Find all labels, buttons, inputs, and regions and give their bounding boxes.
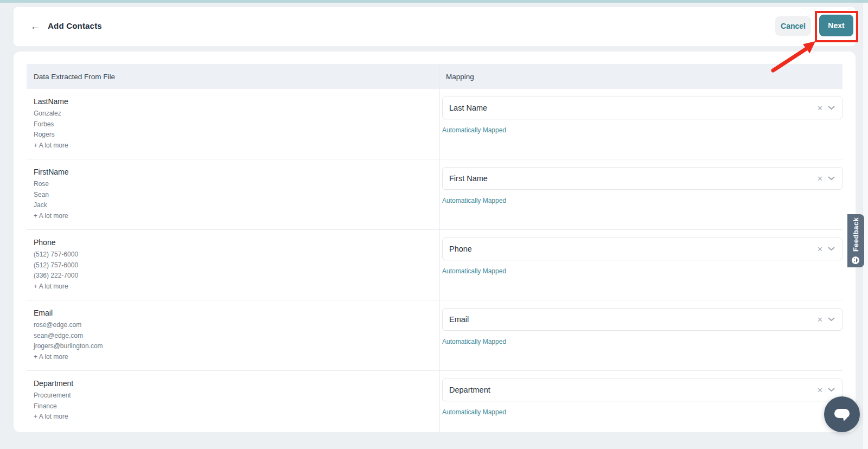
- source-field-name: Phone: [34, 237, 422, 248]
- sample-value: (512) 757-6000: [34, 249, 422, 260]
- feedback-tab-label: Feedback: [852, 217, 860, 251]
- chevron-down-icon[interactable]: [828, 176, 835, 181]
- mapping-select-value: Last Name: [443, 104, 817, 112]
- mapping-select-value: Email: [443, 315, 817, 324]
- sample-value: (336) 222-7000: [34, 271, 422, 281]
- sample-value: rose@edge.com: [34, 320, 422, 331]
- table-row: FirstName Rose Sean Jack + A lot more Fi…: [27, 159, 843, 230]
- show-more-link[interactable]: + A lot more: [34, 352, 422, 363]
- auto-mapped-status: Automatically Mapped: [442, 267, 843, 275]
- sample-value: Rogers: [34, 130, 422, 140]
- clear-mapping-icon[interactable]: ✕: [817, 316, 823, 323]
- mapping-table: Data Extracted From File Mapping LastNam…: [27, 64, 843, 432]
- sample-value: Jack: [34, 200, 422, 211]
- cancel-button[interactable]: Cancel: [775, 16, 811, 36]
- source-field-name: FirstName: [34, 166, 422, 178]
- chevron-down-icon[interactable]: [828, 247, 835, 251]
- chat-bubble-icon: [833, 406, 851, 422]
- sample-value: Forbes: [34, 119, 422, 130]
- clear-mapping-icon[interactable]: ✕: [817, 175, 823, 182]
- mapping-select[interactable]: Last Name ✕: [442, 97, 843, 119]
- source-field-name: Department: [34, 378, 422, 389]
- back-arrow-icon[interactable]: ←: [28, 19, 43, 34]
- sample-value: Finance: [34, 401, 422, 412]
- page-title: Add Contacts: [48, 21, 102, 30]
- chevron-down-icon[interactable]: [828, 106, 835, 110]
- clear-mapping-icon[interactable]: ✕: [817, 246, 823, 253]
- table-header-row: Data Extracted From File Mapping: [27, 64, 843, 89]
- sample-value: Sean: [34, 190, 422, 201]
- show-more-link[interactable]: + A lot more: [34, 281, 422, 292]
- column-header-mapping: Mapping: [426, 73, 843, 81]
- mapping-select-value: Phone: [443, 245, 817, 253]
- column-header-source: Data Extracted From File: [27, 73, 426, 81]
- mapping-select[interactable]: Email ✕: [442, 308, 843, 331]
- sample-value: sean@edge.com: [34, 331, 422, 342]
- chevron-down-icon[interactable]: [828, 388, 835, 392]
- sample-value: Procurement: [34, 390, 422, 401]
- clear-mapping-icon[interactable]: ✕: [817, 105, 823, 112]
- feedback-tab[interactable]: Feedback: [847, 214, 864, 267]
- table-row: Email rose@edge.com sean@edge.com jroger…: [27, 300, 843, 371]
- page-header: ← Add Contacts Cancel Next: [14, 7, 856, 46]
- source-field-name: LastName: [34, 96, 422, 107]
- auto-mapped-status: Automatically Mapped: [442, 338, 843, 345]
- mapping-select[interactable]: Phone ✕: [442, 238, 843, 260]
- sample-value: Rose: [34, 179, 422, 190]
- table-row: Phone (512) 757-6000 (512) 757-6000 (336…: [27, 230, 843, 300]
- source-field-name: Email: [34, 307, 422, 319]
- clear-mapping-icon[interactable]: ✕: [817, 387, 823, 394]
- next-button[interactable]: Next: [819, 15, 853, 36]
- mapping-select[interactable]: First Name ✕: [442, 167, 843, 190]
- chat-launcher-button[interactable]: [824, 396, 860, 432]
- column-divider: [439, 64, 440, 432]
- sample-value: jrogers@burlington.com: [34, 341, 422, 352]
- show-more-link[interactable]: + A lot more: [34, 211, 422, 222]
- auto-mapped-status: Automatically Mapped: [442, 408, 843, 416]
- sample-value: Gonzalez: [34, 108, 422, 119]
- import-mapping-card: Data Extracted From File Mapping LastNam…: [14, 52, 856, 432]
- mapping-select-value: Department: [443, 386, 817, 394]
- mapping-select[interactable]: Department ✕: [442, 379, 843, 401]
- mapping-select-value: First Name: [443, 174, 817, 183]
- show-more-link[interactable]: + A lot more: [34, 412, 422, 422]
- table-row: LastName Gonzalez Forbes Rogers + A lot …: [27, 89, 843, 159]
- chevron-down-icon[interactable]: [828, 317, 835, 322]
- auto-mapped-status: Automatically Mapped: [442, 197, 843, 204]
- smiley-face-icon: [852, 256, 860, 265]
- auto-mapped-status: Automatically Mapped: [442, 126, 843, 134]
- top-accent-strip: [0, 0, 868, 3]
- show-more-link[interactable]: + A lot more: [34, 140, 422, 151]
- table-row: Department Procurement Finance + A lot m…: [27, 371, 843, 432]
- sample-value: (512) 757-6000: [34, 260, 422, 271]
